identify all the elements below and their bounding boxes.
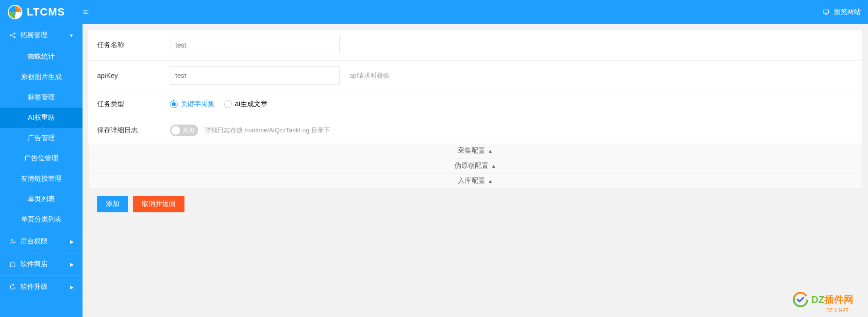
preview-site-button[interactable]: 预览网站 xyxy=(822,8,861,16)
section-label: 入库配置 xyxy=(458,176,485,185)
sidebar-group-store[interactable]: 软件商店 ▶ xyxy=(0,253,83,275)
user-key-icon xyxy=(9,238,17,245)
share-icon xyxy=(9,32,17,39)
label-task-name: 任务名称 xyxy=(97,41,170,49)
radio-label: ai生成文章 xyxy=(235,100,267,109)
svg-point-6 xyxy=(14,241,16,243)
sidebar-item-page[interactable]: 单页列表 xyxy=(0,189,83,209)
radio-keyword-collect[interactable]: 关键字采集 xyxy=(170,100,215,109)
hamburger-icon xyxy=(83,8,89,16)
logo[interactable]: T LTCMS xyxy=(7,4,65,20)
svg-point-4 xyxy=(14,36,15,38)
svg-point-2 xyxy=(10,34,11,36)
container: 拓展管理 ▼ 蜘蛛统计 原创图片生成 标签管理 AI权重站 广告管理 广告位管理… xyxy=(0,24,868,317)
sidebar-item-ai-weight[interactable]: AI权重站 xyxy=(0,108,83,128)
svg-point-3 xyxy=(14,32,15,34)
header: T LTCMS 预览网站 xyxy=(0,0,868,24)
header-left: T LTCMS xyxy=(7,4,89,20)
sidebar-item-page-cat[interactable]: 单页分类列表 xyxy=(0,209,83,230)
sidebar-item-links[interactable]: 友情链接管理 xyxy=(0,169,83,189)
radio-label: 关键字采集 xyxy=(181,100,215,109)
sidebar-group-extension[interactable]: 拓展管理 ▼ xyxy=(0,24,83,47)
radio-ai-generate[interactable]: ai生成文章 xyxy=(224,100,267,109)
form-row-task-type: 任务类型 关键字采集 ai生成文章 xyxy=(88,91,862,117)
sidebar-group-label: 后台权限 xyxy=(20,237,48,246)
refresh-icon xyxy=(9,283,17,291)
input-api-key[interactable] xyxy=(170,66,340,85)
chevron-up-icon: ▲ xyxy=(488,178,493,184)
sidebar-item-image-gen[interactable]: 原创图片生成 xyxy=(0,67,83,87)
section-collect-config[interactable]: 采集配置 ▲ xyxy=(88,143,862,158)
sidebar-item-tag[interactable]: 标签管理 xyxy=(0,87,83,108)
label-api-key: apiKey xyxy=(97,72,170,79)
chevron-right-icon: ▶ xyxy=(70,262,74,267)
preview-label: 预览网站 xyxy=(834,8,861,16)
switch-save-log[interactable]: 关闭 xyxy=(170,125,198,136)
hint-save-log: 详细日志存放 /runtime/AiQzzTaskLog 目录下 xyxy=(205,126,330,135)
watermark: DZ插件网 xyxy=(793,292,853,307)
sidebar-group-permission[interactable]: 后台权限 ▶ xyxy=(0,230,83,253)
submit-button[interactable]: 添加 xyxy=(97,196,128,212)
radio-icon xyxy=(170,100,178,108)
section-pseudo-original[interactable]: 伪原创配置 ▲ xyxy=(88,158,862,174)
hint-api-key: api请求时校验 xyxy=(350,71,389,80)
sidebar-group-upgrade[interactable]: 软件升级 ▶ xyxy=(0,275,83,298)
radio-icon xyxy=(224,100,232,108)
chevron-up-icon: ▲ xyxy=(491,163,496,169)
label-save-log: 保存详细日志 xyxy=(97,126,170,135)
sidebar-group-label: 软件商店 xyxy=(20,260,48,269)
section-label: 伪原创配置 xyxy=(454,161,488,170)
watermark-icon xyxy=(793,292,808,307)
menu-toggle-button[interactable] xyxy=(75,5,89,19)
logo-icon: T xyxy=(7,4,23,20)
section-label: 采集配置 xyxy=(458,146,485,155)
sidebar-item-ad-slot[interactable]: 广告位管理 xyxy=(0,148,83,169)
watermark-text: DZ插件网 xyxy=(811,293,853,306)
input-task-name[interactable] xyxy=(170,36,340,54)
form-actions: 添加 取消并返回 xyxy=(88,189,862,220)
label-task-type: 任务类型 xyxy=(97,100,170,109)
svg-text:T: T xyxy=(13,8,18,16)
chevron-down-icon: ▼ xyxy=(69,33,74,38)
sidebar: 拓展管理 ▼ 蜘蛛统计 原创图片生成 标签管理 AI权重站 广告管理 广告位管理… xyxy=(0,24,83,317)
monitor-icon xyxy=(822,8,830,16)
sidebar-group-label: 拓展管理 xyxy=(20,31,48,40)
logo-text: LTCMS xyxy=(27,6,65,18)
sidebar-group-label: 软件升级 xyxy=(20,283,48,291)
sidebar-item-ad[interactable]: 广告管理 xyxy=(0,128,83,148)
chevron-up-icon: ▲ xyxy=(488,148,493,154)
package-icon xyxy=(9,260,17,268)
form-row-task-name: 任务名称 xyxy=(88,30,862,61)
sidebar-item-spider[interactable]: 蜘蛛统计 xyxy=(0,47,83,67)
svg-point-5 xyxy=(11,239,13,241)
watermark-sub: DZ-X.NET xyxy=(826,308,849,313)
main-content: 任务名称 apiKey api请求时校验 任务类型 关键字采集 xyxy=(83,24,868,317)
chevron-right-icon: ▶ xyxy=(70,285,74,290)
form-card: 任务名称 apiKey api请求时校验 任务类型 关键字采集 xyxy=(88,30,862,143)
svg-rect-7 xyxy=(10,263,15,267)
form-row-save-log: 保存详细日志 关闭 详细日志存放 /runtime/AiQzzTaskLog 目… xyxy=(88,117,862,143)
section-storage-config[interactable]: 入库配置 ▲ xyxy=(88,174,862,189)
chevron-right-icon: ▶ xyxy=(70,239,74,244)
form-row-api-key: apiKey api请求时校验 xyxy=(88,61,862,91)
switch-text: 关闭 xyxy=(183,127,194,135)
cancel-button[interactable]: 取消并返回 xyxy=(133,196,184,212)
